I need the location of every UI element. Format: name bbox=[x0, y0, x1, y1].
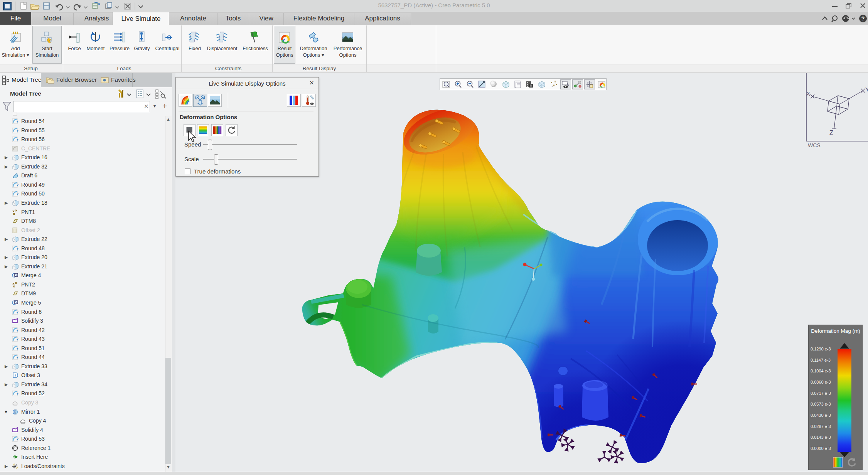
svg-text:?: ? bbox=[861, 15, 865, 22]
